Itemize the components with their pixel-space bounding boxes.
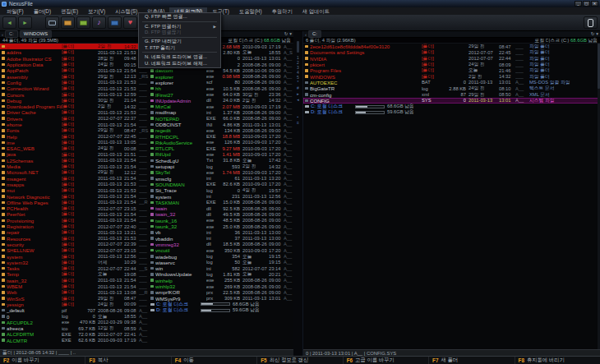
file-row[interactable]: winini5822012-07-0723:14A__ (149, 265, 293, 271)
file-row[interactable]: twunk_16exe48.5 KB2008-08-2609:00A__ (149, 218, 293, 223)
folder-row[interactable]: Web[폴더]2011-03-1313:08__R (0, 289, 149, 295)
folder-row[interactable]: Help[폴더]2012-07-0722:45___ (0, 133, 149, 139)
folder-row[interactable]: Debug[폴더]30일 전21:14___ (0, 98, 149, 104)
menu-item-map-network-drive[interactable]: N. 네트워크 드라이브 연결... (139, 54, 220, 60)
clipboard-button[interactable] (584, 16, 598, 29)
folder-row[interactable]: NVIDIA[폴더]2012-07-0722:44___파일 폴더 (303, 56, 600, 62)
folder-row[interactable]: WBEM[폴더]2011-03-1321:54___ (0, 283, 149, 289)
minimize-button[interactable]: _ (575, 1, 582, 7)
forward-button[interactable]: ► (18, 16, 32, 29)
file-row[interactable]: WMSysPr9prx309 KB2011-03-1313:01A__ (149, 295, 293, 301)
file-row[interactable]: Sti_Tracelog04일 전19:57A__ (149, 187, 293, 193)
maximize-button[interactable]: ▢ (583, 1, 590, 7)
file-row[interactable]: vmmreg32dll18.5 KB2008-08-2609:00A__ (149, 242, 293, 247)
play-left-icon[interactable]: ◂ (297, 97, 299, 103)
folder-row[interactable]: WINDOWS[폴더]2일 전14:32___파일 폴더 (303, 73, 600, 79)
folder-button[interactable] (61, 16, 75, 29)
file-row[interactable]: RTLCPLEXE9.27 MB2010-09-0317:20A__ (149, 145, 293, 151)
drive-row[interactable]: D: 로컬 디스크59.6GB 남음 (303, 109, 600, 115)
file-row[interactable]: SchedLgUTxt31.8 KB오늘17:42A__ (149, 158, 293, 164)
drive-row[interactable]: C: 로컬 디스크68.6GB 남음 (149, 302, 293, 307)
drive-row[interactable]: C: 로컬 디스크68.6GB 남음 (303, 104, 600, 109)
file-row[interactable]: explorerscf802008-08-2609:00A__ (149, 80, 293, 85)
folder-row[interactable]: SHELLNEW[폴더]2012-07-0723:15___ (0, 247, 149, 253)
file-row[interactable]: vbini362011-03-1313:00A__ (149, 229, 293, 235)
menubar-item-file[interactable]: 파일(F) (2, 7, 29, 15)
fkey-f7[interactable]: F7새 폴더 (428, 357, 514, 364)
file-row[interactable]: winhlp32exe269 KB2008-08-2609:00A__ (149, 283, 293, 289)
file-row[interactable]: vncutilexe350 KB2010-09-0317:20A__ (149, 247, 293, 253)
file-row[interactable]: RTHDCPLEXE18.8 MB2010-09-0317:20A__ (149, 133, 293, 139)
folder-row[interactable]: addins[폴더]2011-03-1321:53___ (0, 49, 149, 55)
play-right-icon[interactable]: ▸ (297, 91, 299, 97)
folder-row[interactable]: Provisioning[폴더]2011-03-1321:54___ (0, 218, 149, 223)
display-button[interactable] (45, 16, 59, 29)
file-row[interactable]: smscfgini612011-03-1313:20A__ (149, 176, 293, 182)
menu-item-unmap-network-drive[interactable]: U. 네트워크 드라이브 해제... (139, 60, 220, 66)
file-row[interactable]: explorerexe0.98 MB2008-08-2609:00A__ (149, 73, 293, 79)
fkey-f8[interactable]: F8휴지통에 버리기 (515, 357, 600, 364)
file-row[interactable]: AFCUPDL2exe470 KB2012-03-2909:38A__ (0, 320, 149, 325)
folder-row[interactable]: PeerNet[폴더]2011-03-1321:54___ (0, 211, 149, 217)
folder-row[interactable]: PCHealth[폴더]2012-07-0723:15___ (0, 205, 149, 211)
folder-row[interactable]: Tasks[폴더]2012-07-0722:44__S (0, 265, 149, 271)
folder-row[interactable]: assembly[폴더]29일 전12:13_RS (0, 73, 149, 79)
file-row[interactable]: ALCMTREXE62.6 KB2010-09-0317:19A__ (0, 338, 149, 343)
folder-row[interactable]: Drivers[폴더]2012-07-0722:37___ (0, 116, 149, 122)
file-row[interactable]: twaindll92.5 KB2008-08-2609:00A__ (149, 205, 293, 211)
folder-row[interactable]: Resources[폴더]2011-03-1321:53___ (0, 236, 149, 242)
music-button[interactable]: ♪ (92, 16, 106, 29)
file-row[interactable]: IFinst27exe64.0 KB30일 전23:36A__ (149, 91, 293, 97)
folder-row[interactable]: Microsoft.NET[폴더]29일 전12:12___ (0, 169, 149, 175)
asterisk-icon[interactable]: * (298, 80, 299, 85)
folder-row[interactable]: Network Diagnostic[폴더]2011-03-1321:54___ (0, 193, 149, 199)
file-row[interactable]: INUpdateAdmindll24.0 KB2일 전14:32A__ (149, 98, 293, 104)
folder-row[interactable]: mui[폴더]2011-03-1321:53___ (0, 187, 149, 193)
file-row[interactable]: CONFIGSYS02011-03-1313:01A__시스템 파일 (303, 98, 600, 104)
folder-row[interactable]: 2ece12d61ce8c6fddda84ef00e3120[폴더]29일 전0… (303, 44, 600, 49)
menu-item-ftp-disconnect[interactable]: D. FTP 연결끊기 (139, 30, 220, 35)
folder-row[interactable]: Connection Wizard[폴더]2011-03-1321:53___ (0, 85, 149, 91)
folder-row[interactable]: msapps[폴더]2011-03-1321:53___ (0, 182, 149, 187)
folder-row[interactable]: WinSxS[폴더]29일 전08:47___ (0, 295, 149, 301)
file-row[interactable]: ODBCINSTINI4.86 KB2011-03-1313:01A__ (149, 122, 293, 127)
folder-row[interactable]: java[폴더]2011-03-1321:51___ (0, 151, 149, 157)
folder-row[interactable]: Media[폴더]2011-03-1321:54___ (0, 164, 149, 169)
menubar-item-view[interactable]: 보기(V) (83, 7, 110, 15)
folder-row[interactable]: L2Schemas[폴더]2011-03-1321:54___ (0, 158, 149, 164)
menubar-item-edit[interactable]: 편집(E) (56, 7, 83, 15)
folder-row[interactable]: Downloaded Program Files[폴더]2일 전14:32___ (0, 104, 149, 109)
file-row[interactable]: hhexe10.5 KB2008-08-2609:00A__ (149, 85, 293, 91)
file-row[interactable]: RtlUpdexe1.41 MB2010-09-0317:20A__ (149, 151, 293, 157)
folder-row[interactable]: yessign[폴더]24일 전00:09___ (0, 302, 149, 307)
file-row[interactable]: 0log0오늘18:55A__ (0, 313, 149, 319)
file-row[interactable]: AUTOEXECBAT02011-03-1313:01A__MS-DOS 일괄 … (303, 80, 600, 85)
file-row[interactable]: davcomexe54.5 KB2008-10-0609:00A__ (149, 67, 293, 73)
file-row[interactable]: wmprfKORprx22.5 KB2008-08-2609:00A__ (149, 289, 293, 295)
folder-row[interactable]: system32[폴더]어제10:29___ (0, 260, 149, 265)
file-row[interactable]: afreecaico69.7 KB12일 전08:59A__ (0, 325, 149, 331)
folder-row[interactable]: ime[폴더]2011-03-1313:05___ (0, 140, 149, 145)
menu-lines-icon[interactable]: ≡ (297, 120, 299, 126)
folder-row[interactable]: Driver Cache[폴더]2011-03-1321:53___ (0, 109, 149, 115)
menu-item-ftp-upload[interactable]: T. FTP 올리기 (139, 45, 220, 51)
folder-row[interactable]: Program Files[폴더]오늘21:46___파일 폴더 (303, 67, 600, 73)
file-row[interactable]: twain_32dll49.5 KB2008-08-2609:00A__ (149, 211, 293, 217)
menubar-item-folder[interactable]: 폴더(D) (29, 7, 56, 15)
menubar-item-help[interactable]: 도움말(H) (234, 7, 267, 15)
fkey-f6[interactable]: F6고급 이름 바꾸기 (343, 357, 428, 364)
file-row[interactable]: SkyTelexe1.74 MB2010-09-0317:20A__ (149, 169, 293, 175)
folder-row[interactable]: ESAC_WEB[폴더]24일 전00:08___ (0, 145, 149, 151)
folder-row[interactable]: repair[폴더]2011-03-1313:21___ (0, 229, 149, 235)
file-row[interactable]: regeditexe134 KB2008-08-2609:00A__ (149, 127, 293, 133)
file-row[interactable]: SOUNDMANEXE82.6 KB2010-09-0317:20A__ (149, 182, 293, 187)
file-row[interactable]: MizCalexe2.07 MB2010-09-0317:19A__ (149, 104, 293, 109)
file-row[interactable]: winhelpexe255 KB2008-08-2609:00A__ (149, 278, 293, 283)
drive-button[interactable] (108, 16, 122, 29)
file-row[interactable]: WindowsUpdatelog1.81 KB오늘20:21A__ (149, 271, 293, 277)
menubar-item-new-update[interactable]: 새 업데이트 (298, 7, 335, 15)
file-row[interactable]: _defaultpif7072008-08-2609:08A__ (0, 307, 149, 313)
fkey-f2[interactable]: F2이름 바꾸기 (0, 357, 85, 364)
close-button[interactable]: ✕ (591, 1, 598, 7)
fkey-f5[interactable]: F5최신 정보로 갱신 (256, 357, 342, 364)
